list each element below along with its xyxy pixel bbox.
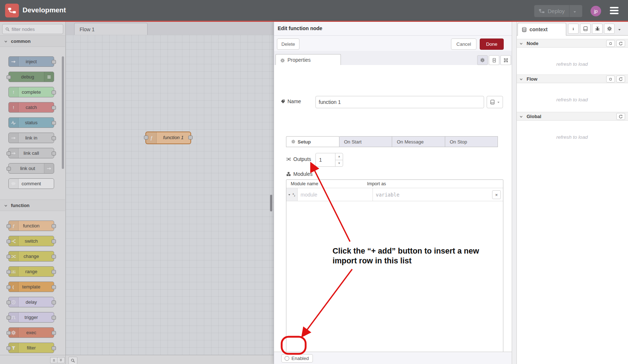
outputs-label: Outputs	[286, 156, 311, 162]
outputs-spinner-buttons[interactable]: ▲▼	[335, 153, 343, 166]
outputs-value[interactable]: 1	[316, 153, 335, 166]
palette-node-complete[interactable]: complete	[8, 87, 54, 97]
palette-expand-all-button[interactable]	[57, 357, 65, 363]
palette-section-common[interactable]: common	[0, 35, 65, 47]
tab-on-start[interactable]: On Start	[339, 136, 392, 147]
palette-node-label: function	[9, 223, 54, 228]
name-input[interactable]: function 1	[315, 96, 484, 108]
book-icon	[490, 100, 495, 105]
module-name-input[interactable]: module	[298, 188, 373, 201]
open-in-window-button[interactable]	[606, 76, 615, 82]
node-output-port	[52, 60, 56, 64]
tab-info-button[interactable]	[568, 24, 579, 34]
database-icon	[522, 27, 527, 33]
palette-node-label: inject	[9, 59, 54, 64]
done-button[interactable]: Done	[480, 39, 504, 50]
canvas-vertical-scrollbar[interactable]	[270, 195, 272, 211]
palette-node-switch[interactable]: switch	[8, 236, 54, 246]
refresh-button[interactable]	[616, 113, 625, 120]
palette-node-link-call[interactable]: link call	[8, 148, 54, 158]
cancel-button[interactable]: Cancel	[451, 39, 476, 50]
refresh-button[interactable]	[616, 40, 625, 47]
user-avatar[interactable]: jp	[591, 6, 601, 16]
sort-az-icon	[292, 192, 297, 197]
refresh-to-load-hint: refresh to load	[516, 134, 628, 140]
tab-config-button[interactable]	[604, 24, 615, 34]
palette-node-label: switch	[9, 238, 54, 244]
workspace-footer	[66, 355, 274, 364]
deploy-button[interactable]: Deploy	[534, 5, 582, 17]
description-button[interactable]	[489, 55, 499, 65]
function-node[interactable]: function 1	[145, 132, 191, 144]
appearance-button[interactable]	[500, 55, 511, 65]
palette-node-inject[interactable]: inject	[8, 56, 54, 67]
sidebar-section-global[interactable]: Global	[516, 112, 628, 121]
palette-node-label: change	[9, 254, 54, 259]
sidebar: context Noderefresh to loadFlowrefresh t…	[516, 22, 628, 364]
refresh-to-load-hint: refresh to load	[516, 97, 628, 102]
sidebar-separator[interactable]	[512, 22, 517, 364]
refresh-button[interactable]	[616, 76, 625, 82]
palette-node-function[interactable]: function	[8, 221, 54, 231]
palette-node-trigger[interactable]: trigger	[8, 312, 54, 323]
palette-node-template[interactable]: template	[8, 282, 54, 292]
tab-context[interactable]: context	[518, 23, 566, 36]
node-settings-button[interactable]	[477, 55, 488, 65]
tab-debug-button[interactable]	[592, 24, 603, 34]
remove-row-button[interactable]: ×	[492, 190, 501, 199]
flow-tab-strip: Flow 1	[66, 22, 274, 35]
node-input-port	[7, 285, 11, 289]
tab-setup[interactable]: Setup	[286, 136, 339, 147]
palette-node-delay[interactable]: delay	[8, 297, 54, 307]
tab-on-message[interactable]: On Message	[392, 136, 445, 147]
workspace-title: Development	[23, 6, 66, 14]
function-node-output-port[interactable]	[188, 136, 193, 139]
chevron-down-icon	[519, 41, 523, 46]
workspace-canvas[interactable]: Flow 1 function 1	[66, 22, 274, 364]
node-output-port	[52, 270, 56, 274]
function-node-input-port[interactable]	[144, 136, 148, 139]
palette-node-link-in[interactable]: link in	[8, 133, 54, 143]
spinner-up-icon[interactable]: ▲	[335, 153, 343, 160]
palette-node-debug[interactable]: debug	[8, 72, 54, 82]
sidebar-section-flow[interactable]: Flow	[516, 74, 628, 83]
palette-node-label: delay	[9, 299, 54, 305]
node-output-port	[52, 121, 56, 125]
palette-collapse-all-button[interactable]	[50, 357, 58, 363]
spinner-down-icon[interactable]: ▼	[335, 160, 343, 167]
tab-on-stop[interactable]: On Stop	[445, 136, 498, 147]
palette-node-label: trigger	[9, 315, 54, 320]
deploy-options-caret-icon[interactable]	[569, 8, 580, 14]
node-enabled-toggle[interactable]: Enabled	[281, 354, 313, 363]
outputs-spinner[interactable]: 1 ▲▼	[315, 153, 343, 167]
palette-node-label: filter	[9, 345, 54, 351]
canvas-grid[interactable]: function 1	[66, 35, 274, 355]
label-options-button[interactable]	[487, 96, 503, 108]
palette-node-comment[interactable]: comment	[8, 178, 54, 189]
palette-scrollbar[interactable]	[62, 56, 64, 169]
main-menu-button[interactable]	[610, 7, 619, 14]
palette-node-filter[interactable]: filter	[8, 343, 54, 353]
palette-node-status[interactable]: status	[8, 117, 54, 128]
tab-properties[interactable]: Properties	[275, 54, 341, 65]
import-as-input[interactable]: variable	[373, 188, 492, 201]
edit-dialog-title: Edit function node	[278, 25, 322, 31]
modules-label: Modules	[286, 171, 313, 177]
palette-filter-input[interactable]: filter nodes	[2, 24, 63, 34]
palette-node-change[interactable]: change	[8, 251, 54, 262]
palette-node-label: status	[9, 120, 54, 125]
node-input-port	[7, 255, 11, 259]
canvas-search-button[interactable]	[68, 357, 77, 364]
palette-node-link-out[interactable]: link out	[8, 163, 54, 174]
palette-node-range[interactable]: range	[8, 266, 54, 277]
flow-tab[interactable]: Flow 1	[74, 23, 148, 35]
palette-node-exec[interactable]: exec	[8, 327, 54, 338]
palette-node-catch[interactable]: catch	[8, 102, 54, 113]
palette-section-function[interactable]: function	[0, 199, 65, 211]
module-row-handle[interactable]	[286, 188, 298, 201]
delete-button[interactable]: Delete	[277, 39, 299, 50]
open-in-window-button[interactable]	[606, 40, 615, 47]
sidebar-section-node[interactable]: Node	[516, 39, 628, 48]
tab-help-button[interactable]	[580, 24, 591, 34]
sidebar-options-caret-icon[interactable]	[617, 26, 622, 33]
